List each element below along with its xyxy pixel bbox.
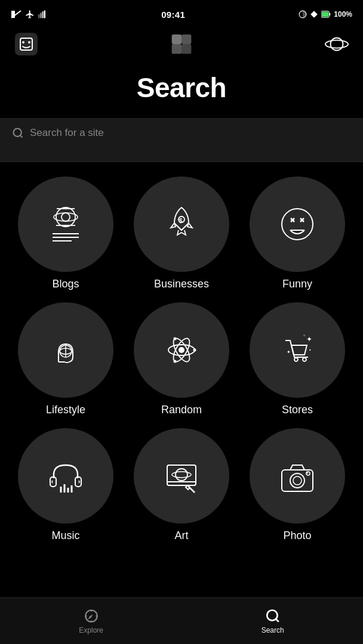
svg-rect-8	[322, 12, 328, 17]
category-music-label: Music	[51, 530, 79, 542]
category-businesses-label: Businesses	[154, 278, 209, 290]
category-random-circle	[134, 302, 229, 398]
category-blogs[interactable]: Blogs	[11, 177, 121, 290]
category-funny[interactable]: Funny	[242, 177, 352, 290]
category-lifestyle[interactable]: Lifestyle	[11, 302, 121, 416]
svg-rect-15	[172, 44, 182, 54]
svg-rect-54	[50, 477, 56, 487]
nav-explore[interactable]: Explore	[61, 603, 121, 639]
svg-point-18	[325, 40, 348, 48]
category-music-circle	[18, 428, 113, 524]
svg-text:°: °	[303, 334, 305, 339]
svg-point-75	[267, 610, 277, 620]
svg-point-19	[14, 129, 21, 137]
status-bar: 09:41 100%	[0, 0, 363, 26]
svg-point-47	[174, 360, 177, 363]
category-lifestyle-circle	[18, 302, 113, 398]
category-stores-circle: ✦ ✦ • °	[250, 302, 345, 398]
bottom-nav: Explore Search	[0, 597, 363, 644]
planet-icon[interactable]	[325, 32, 349, 56]
svg-rect-0	[38, 14, 39, 18]
category-stores[interactable]: ✦ ✦ • ° Stores	[242, 302, 352, 416]
nav-search-label: Search	[262, 626, 284, 634]
category-photo-circle	[250, 428, 345, 524]
search-bar-wrapper: Search for a site	[0, 118, 363, 162]
category-random-label: Random	[161, 404, 202, 416]
category-art-label: Art	[174, 530, 188, 542]
svg-point-45	[193, 349, 196, 352]
category-art-circle	[134, 428, 229, 524]
search-nav-icon	[265, 608, 281, 624]
nav-search[interactable]: Search	[244, 603, 302, 639]
svg-point-23	[61, 213, 70, 221]
svg-point-63	[176, 469, 187, 481]
svg-rect-2	[42, 11, 43, 18]
svg-point-21	[56, 208, 75, 227]
svg-text:•: •	[309, 347, 311, 352]
svg-text:✦: ✦	[306, 335, 312, 343]
svg-point-41	[179, 347, 184, 353]
battery-percent: 100%	[334, 10, 352, 18]
svg-point-32	[282, 209, 313, 240]
svg-point-49	[303, 358, 306, 361]
svg-line-76	[276, 619, 279, 622]
search-placeholder: Search for a site	[30, 127, 104, 139]
status-time: 09:41	[161, 10, 185, 20]
category-stores-label: Stores	[282, 404, 313, 416]
svg-point-26	[54, 213, 78, 221]
category-funny-circle	[250, 177, 345, 272]
svg-point-12	[28, 41, 30, 44]
category-blogs-circle	[18, 177, 113, 272]
category-art[interactable]: Art	[127, 428, 236, 542]
svg-point-64	[172, 472, 191, 478]
svg-point-11	[22, 41, 24, 44]
category-businesses[interactable]: $ Businesses	[127, 177, 236, 290]
nav-explore-label: Explore	[79, 626, 103, 634]
svg-point-68	[293, 476, 302, 485]
svg-rect-14	[182, 35, 191, 44]
svg-text:✦: ✦	[287, 349, 291, 355]
explore-icon	[84, 608, 99, 624]
svg-rect-3	[44, 11, 45, 18]
svg-point-48	[294, 358, 298, 361]
page-title: Search	[0, 72, 363, 104]
page-title-section: Search	[0, 66, 363, 118]
status-left	[11, 10, 48, 19]
svg-point-46	[174, 338, 177, 340]
category-blogs-label: Blogs	[52, 278, 79, 290]
search-bar[interactable]: Search for a site	[0, 119, 363, 147]
app-header	[0, 26, 363, 66]
status-right: 100%	[299, 10, 352, 18]
svg-text:$: $	[179, 218, 183, 224]
category-photo-label: Photo	[283, 530, 311, 542]
svg-rect-9	[15, 33, 38, 55]
emoji-icon[interactable]	[14, 32, 38, 56]
category-grid: Blogs $ Businesses	[0, 162, 363, 554]
svg-rect-7	[330, 13, 331, 16]
svg-rect-55	[75, 477, 81, 487]
category-music[interactable]: Music	[11, 428, 121, 542]
svg-point-67	[290, 473, 304, 488]
svg-rect-16	[182, 44, 191, 54]
svg-marker-5	[310, 11, 318, 18]
category-random[interactable]: Random	[127, 302, 236, 416]
svg-rect-13	[172, 35, 182, 44]
svg-rect-1	[40, 13, 41, 18]
category-photo[interactable]: Photo	[242, 428, 352, 542]
logo-icon	[170, 32, 193, 56]
category-businesses-circle: $	[134, 177, 229, 272]
search-icon	[12, 127, 24, 139]
category-lifestyle-label: Lifestyle	[46, 404, 85, 416]
category-funny-label: Funny	[282, 278, 312, 290]
svg-line-20	[20, 135, 23, 138]
